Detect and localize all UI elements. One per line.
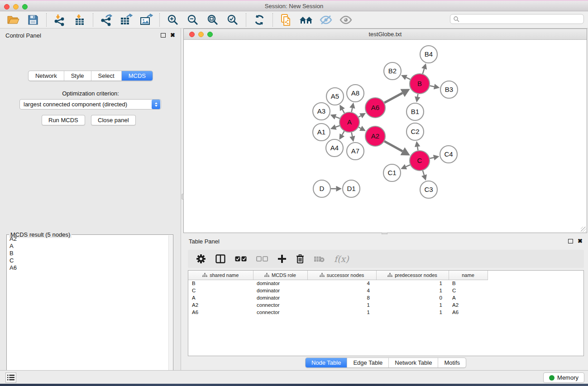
table-cell[interactable]: B	[449, 280, 488, 287]
network-minimize-button[interactable]	[198, 32, 204, 37]
network-zoom-button[interactable]	[207, 32, 213, 37]
graph-edge-A-A2[interactable]	[359, 127, 361, 129]
run-mcds-button[interactable]: Run MCDS	[42, 115, 85, 125]
new-network-from-selection-button[interactable]	[278, 13, 294, 27]
graph-node-C4[interactable]: C4	[440, 146, 457, 163]
table-cell[interactable]: dominator	[253, 294, 307, 301]
delete-column-button[interactable]	[296, 254, 304, 264]
graph-edge-B-B4[interactable]	[423, 69, 424, 74]
table-cell[interactable]: connector	[253, 301, 307, 309]
table-row[interactable]: A2connector11A2	[188, 301, 488, 309]
float-panel-icon[interactable]	[161, 33, 166, 38]
hide-selected-button[interactable]	[318, 13, 334, 27]
table-row[interactable]: Adominator80A	[188, 294, 488, 301]
table-cell[interactable]: A	[188, 294, 253, 301]
graph-edge-A-A1[interactable]	[336, 126, 340, 127]
table-cell[interactable]: 8	[307, 294, 376, 301]
graph-edge-A-A5[interactable]	[342, 110, 344, 113]
table-cell[interactable]: B	[188, 280, 253, 287]
search-input[interactable]	[450, 14, 584, 24]
table-cell[interactable]: 0	[376, 294, 449, 301]
table-cell[interactable]: dominator	[253, 280, 307, 287]
graph-node-A[interactable]: A	[339, 112, 359, 132]
close-panel-icon[interactable]: ✖	[170, 33, 175, 38]
show-column-panel-button[interactable]	[215, 254, 225, 263]
graph-edge-C-C4[interactable]	[430, 157, 434, 158]
tab-motifs[interactable]: Motifs	[438, 358, 466, 367]
graph-edge-C-C1[interactable]	[406, 165, 410, 167]
table-cell[interactable]: C	[188, 287, 253, 294]
tab-select[interactable]: Select	[91, 71, 122, 81]
table-row[interactable]: Cdominator41C	[188, 287, 488, 294]
table-cell[interactable]: connector	[253, 309, 307, 316]
graph-edge-A-A6[interactable]	[359, 116, 361, 117]
graph-node-C3[interactable]: C3	[420, 181, 437, 198]
graph-edge-A-A8[interactable]	[352, 108, 353, 112]
tab-edge-table[interactable]: Edge Table	[347, 358, 389, 367]
graph-edge-A2-C[interactable]	[384, 141, 402, 151]
graph-node-A2[interactable]: A2	[365, 126, 385, 146]
column-header-MCDS-role[interactable]: MCDS role	[253, 271, 307, 280]
column-header-successor-nodes[interactable]: successor nodes	[307, 271, 376, 280]
import-table-button[interactable]	[72, 13, 87, 27]
create-column-button[interactable]	[277, 254, 287, 263]
tab-node-table[interactable]: Node Table	[306, 358, 348, 367]
refresh-view-button[interactable]	[252, 13, 267, 27]
graph-node-D[interactable]: D	[313, 180, 330, 197]
export-image-button[interactable]	[139, 13, 154, 27]
graph-node-A6[interactable]: A6	[365, 98, 385, 118]
graph-node-A3[interactable]: A3	[313, 103, 330, 120]
table-cell[interactable]: C	[449, 287, 488, 294]
table-cell[interactable]: A2	[449, 301, 488, 309]
graph-edge-A-A4[interactable]	[342, 131, 344, 135]
graph-edge-C-C2[interactable]	[417, 147, 418, 150]
graph-node-D1[interactable]: D1	[343, 180, 360, 197]
zoom-fit-button[interactable]	[205, 13, 220, 27]
graph-node-C[interactable]: C	[410, 151, 430, 171]
table-settings-button[interactable]	[196, 254, 206, 264]
network-close-button[interactable]	[189, 32, 195, 37]
table-cell[interactable]: 1	[376, 280, 449, 287]
table-cell[interactable]: A	[449, 294, 488, 301]
result-item-A6[interactable]: A6	[7, 264, 168, 272]
tab-network[interactable]: Network	[29, 71, 64, 81]
result-item-A2[interactable]: A2	[7, 235, 168, 243]
table-cell[interactable]: 1	[376, 309, 449, 316]
open-session-button[interactable]	[5, 13, 21, 27]
save-session-button[interactable]	[25, 13, 41, 27]
criterion-dropdown[interactable]: largest connected component (directed)	[19, 99, 161, 110]
graph-node-B3[interactable]: B3	[440, 81, 458, 98]
zoom-in-button[interactable]	[165, 13, 181, 27]
graph-edge-C-C3[interactable]	[423, 171, 424, 175]
graph-node-B2[interactable]: B2	[384, 62, 401, 80]
table-cell[interactable]: dominator	[253, 287, 307, 294]
vertical-splitter-handle[interactable]	[182, 194, 184, 200]
graph-node-A1[interactable]: A1	[313, 124, 330, 141]
column-header-shared-name[interactable]: shared name	[188, 271, 253, 280]
table-cell[interactable]: 1	[376, 287, 449, 294]
network-canvas[interactable]: B4B2BB3A8A5A6A3B1AA1C2A2A4A7C4CC1DD1C3	[184, 40, 587, 233]
result-item-B[interactable]: B	[7, 250, 168, 257]
window-resize-grip[interactable]	[581, 227, 586, 232]
deselect-all-button[interactable]	[256, 256, 268, 262]
export-network-button[interactable]	[99, 13, 114, 27]
first-neighbors-button[interactable]	[298, 13, 314, 27]
graph-node-A4[interactable]: A4	[326, 139, 343, 157]
graph-edge-B-B3[interactable]	[430, 86, 435, 87]
graph-node-A5[interactable]: A5	[326, 88, 344, 105]
select-all-button[interactable]	[235, 256, 247, 262]
import-network-button[interactable]	[52, 13, 67, 27]
graph-node-C2[interactable]: C2	[406, 123, 424, 140]
show-all-button[interactable]	[338, 13, 354, 27]
float-table-panel-icon[interactable]	[568, 239, 573, 243]
graph-edge-A6-B[interactable]	[384, 93, 402, 103]
zoom-selected-button[interactable]	[225, 13, 240, 27]
table-cell[interactable]: 1	[307, 309, 376, 316]
table-cell[interactable]: 1	[307, 301, 376, 309]
close-table-panel-icon[interactable]: ✖	[578, 239, 583, 243]
result-item-C[interactable]: C	[7, 257, 168, 264]
tab-network-table[interactable]: Network Table	[389, 358, 438, 367]
tab-style[interactable]: Style	[64, 71, 91, 81]
close-panel-button[interactable]: Close panel	[91, 115, 136, 125]
memory-button[interactable]: Memory	[543, 372, 584, 383]
